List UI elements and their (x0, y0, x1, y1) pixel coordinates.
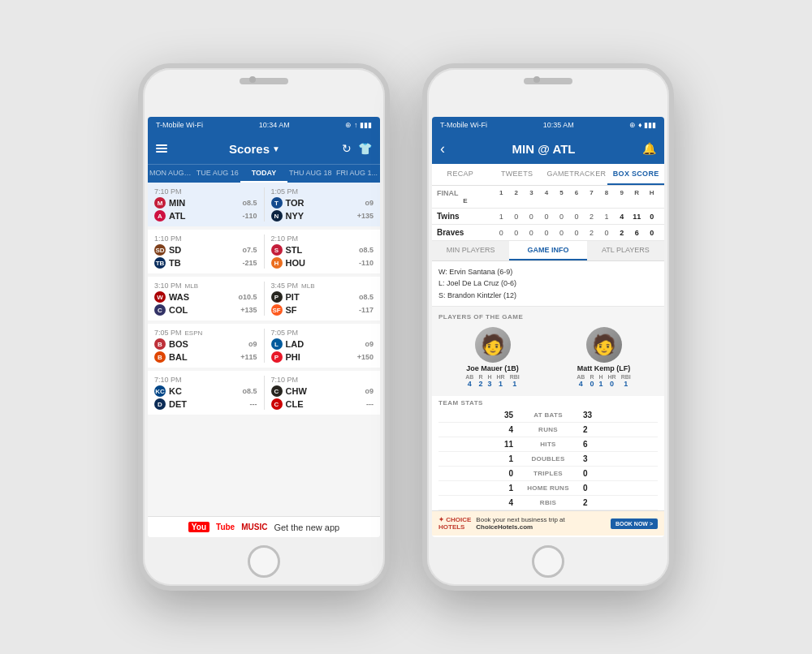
shirt-icon[interactable]: 👕 (358, 142, 372, 155)
tab-mon[interactable]: MON AUG 15 (148, 165, 194, 183)
min-runs: 4 (438, 425, 520, 434)
winner-line: W: Ervin Santana (6-9) (438, 266, 658, 278)
min-odds: o8.5 (242, 199, 257, 207)
players-label: PLAYERS OF THE GAME (438, 310, 658, 322)
atl-hr: 0 (577, 484, 658, 493)
stat-hr: 1 HOME RUNS 0 (438, 481, 658, 496)
game-col-right-5: 7:10 PM C CHW o9 C CLE --- (271, 376, 374, 410)
book-now-button[interactable]: BOOK NOW > (611, 518, 658, 529)
game-col-left-3: 3:10 PM MLB W WAS o10.5 C COL +135 (154, 282, 257, 316)
save-line: S: Brandon Kintzler (12) (438, 290, 658, 301)
tab-boxscore[interactable]: BOX SCORE (607, 164, 664, 185)
home-button-1[interactable] (248, 545, 280, 578)
team-chw: C CHW o9 (271, 385, 374, 397)
kemp-name: Matt Kemp (LF) (577, 364, 631, 372)
youtube-music-label: Tube (216, 523, 235, 531)
inning-2: 2 (509, 189, 525, 197)
label-hr: HOME RUNS (520, 484, 577, 492)
tab-tue[interactable]: TUE AUG 16 (194, 165, 240, 183)
sub-tabs: RECAP TWEETS GAMETRACKER BOX SCORE (432, 164, 664, 186)
game-row-5[interactable]: 7:10 PM KC KC o8.5 D DET --- (148, 371, 380, 415)
det-logo: D (154, 398, 166, 410)
menu-icon[interactable] (156, 144, 167, 153)
team-sd: SD SD o7.5 (154, 244, 257, 256)
was-logo: W (154, 291, 166, 303)
team-tor: T TOR o9 (271, 197, 374, 209)
tab-today[interactable]: TODAY (240, 165, 287, 183)
label-hits: HITS (520, 441, 577, 448)
game-row-2[interactable]: 1:10 PM SD SD o7.5 TB TB -215 (148, 230, 380, 273)
divider-1 (264, 187, 265, 222)
refresh-icon[interactable]: ↻ (342, 142, 352, 155)
label-runs: RUNS (520, 426, 577, 433)
back-button[interactable]: ‹ (440, 140, 445, 157)
ad-bar-2: ✦ CHOICEHOTELS Book your next business t… (432, 510, 664, 536)
label-rbi: RBIS (520, 499, 577, 506)
game-time-5r: 7:10 PM (271, 376, 374, 384)
mauer-name: Joe Mauer (1B) (466, 364, 519, 372)
game-row-4[interactable]: 7:05 PM ESPN B BOS o9 B BAL +115 (148, 324, 380, 368)
time-1: 10:34 AM (259, 121, 290, 129)
tab-game-info[interactable]: GAME INFO (509, 241, 586, 260)
min-hits: 11 (438, 440, 520, 449)
status-icons-2: ⊕ ♦ ▮▮▮ (629, 121, 656, 129)
min-at-bats: 35 (438, 411, 520, 420)
kemp-avatar: 🧑 (586, 327, 622, 363)
game-time-2r: 2:10 PM (271, 234, 374, 243)
inning-4: 4 (539, 189, 555, 197)
nyy-logo: N (271, 210, 283, 222)
team-min: M MIN o8.5 (154, 197, 257, 209)
col-e: E (437, 197, 494, 204)
atl-triples: 0 (577, 469, 658, 478)
tab-min-players[interactable]: MIN PLAYERS (432, 241, 509, 260)
stl-logo: S (271, 244, 283, 256)
game-row-1[interactable]: 7:10 PM M MIN o8.5 A ATL -110 (148, 183, 380, 226)
game-time-2: 1:10 PM (154, 234, 257, 243)
stl-odds: o8.5 (359, 246, 374, 254)
inning-3: 3 (524, 189, 539, 197)
home-button-2[interactable] (532, 545, 564, 578)
game-row-3[interactable]: 3:10 PM MLB W WAS o10.5 C COL +135 (148, 277, 380, 321)
tab-gametracker[interactable]: GAMETRACKER (545, 164, 607, 185)
ad-text-2: Book your next business trip at ChoiceHo… (476, 516, 606, 531)
game-info-section: W: Ervin Santana (6-9) L: Joel De La Cru… (432, 261, 664, 307)
phi-logo: P (271, 351, 283, 363)
tab-tweets[interactable]: TWEETS (489, 164, 546, 185)
bal-odds: +115 (240, 353, 257, 361)
status-icons-1: ⊕ ↑ ▮▮▮ (345, 121, 372, 129)
game-time-3r: 3:45 PM MLB (271, 282, 374, 290)
hou-logo: H (271, 257, 283, 269)
game-col-left-2: 1:10 PM SD SD o7.5 TB TB -215 (154, 234, 257, 269)
player-kemp: 🧑 Matt Kemp (LF) AB4 R0 H1 HR0 RBI1 (550, 327, 658, 388)
score-row-braves: Braves 0 0 0 0 0 0 2 0 2 6 0 (432, 225, 664, 241)
tor-odds: o9 (365, 199, 374, 207)
tb-odds: -215 (242, 259, 257, 267)
min-triples: 0 (438, 469, 520, 478)
bell-icon[interactable]: 🔔 (642, 142, 656, 155)
sf-odds: -117 (359, 306, 374, 314)
choice-hotels-logo: ✦ CHOICEHOTELS (438, 516, 471, 531)
braves-label: Braves (437, 228, 494, 237)
game-time-4: 7:05 PM ESPN (154, 329, 257, 337)
tab-atl-players[interactable]: ATL PLAYERS (587, 241, 664, 260)
game-time-1: 7:10 PM (154, 187, 257, 196)
player-mauer: 🧑 Joe Mauer (1B) AB4 R2 H3 HR1 RBI1 (438, 327, 546, 388)
tab-fri[interactable]: FRI AUG 1... (334, 165, 380, 183)
team-det: D DET --- (154, 398, 257, 410)
time-2: 10:35 AM (543, 121, 574, 129)
col-r: R (629, 189, 645, 197)
players-of-game: PLAYERS OF THE GAME 🧑 Joe Mauer (1B) AB4… (432, 307, 664, 396)
nav-bar-1: Scores ▼ ↻ 👕 (148, 133, 380, 164)
kemp-stats: AB4 R0 H1 HR0 RBI1 (577, 374, 630, 388)
game-col-left-4: 7:05 PM ESPN B BOS o9 B BAL +115 (154, 329, 257, 363)
tab-recap[interactable]: RECAP (432, 164, 489, 185)
atl-runs: 2 (577, 425, 658, 434)
tab-thu[interactable]: THU AUG 18 (287, 165, 334, 183)
cle-logo: C (271, 398, 283, 410)
nav-icons-1: ↻ 👕 (342, 142, 372, 155)
carrier-1: T-Mobile Wi-Fi (156, 121, 203, 129)
team-bal: B BAL +115 (154, 351, 257, 363)
divider-4 (264, 329, 265, 363)
carrier-2: T-Mobile Wi-Fi (440, 121, 487, 129)
phone-2: T-Mobile Wi-Fi 10:35 AM ⊕ ♦ ▮▮▮ ‹ MIN @ … (422, 63, 674, 591)
